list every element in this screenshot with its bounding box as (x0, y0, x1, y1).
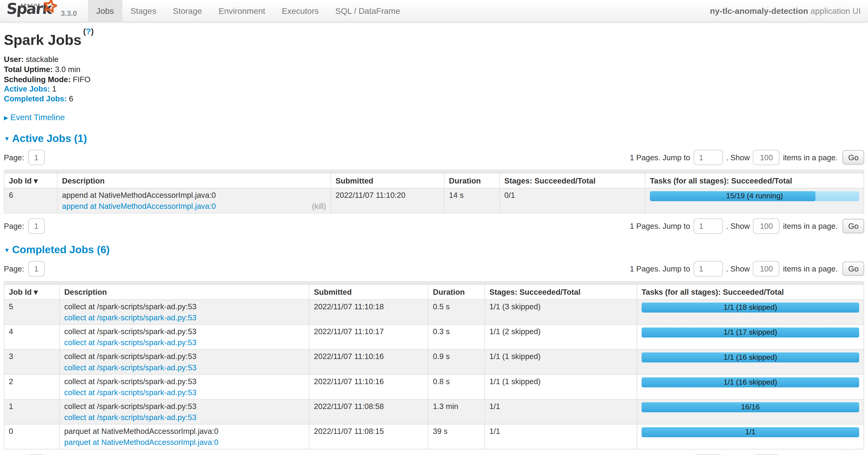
pagination-active-top: Page: 1 Pages. Jump to . Show items in a… (4, 150, 864, 165)
task-progress-label: 1/1 (16 skipped) (642, 352, 859, 363)
page-title: Spark Jobs(?) (4, 32, 864, 49)
submitted-cell: 2022/11/07 11:10:20 (331, 188, 444, 213)
info-value: FIFO (73, 75, 90, 84)
job-row: 3collect at /spark-scripts/spark-ad.py:5… (4, 349, 864, 374)
col-job-id[interactable]: Job Id ▾ (4, 173, 57, 188)
pages-summary: 1 Pages. Jump to (630, 153, 690, 162)
tab-sql-dataframe[interactable]: SQL / DataFrame (327, 0, 408, 22)
job-detail-link[interactable]: append at NativeMethodAccessorImpl.java:… (62, 202, 216, 211)
tab-stages[interactable]: Stages (122, 0, 164, 22)
page-number-input[interactable] (28, 218, 44, 234)
completed-jobs-section-header[interactable]: ▼Completed Jobs (6) (4, 244, 864, 256)
job-description-line2: collect at /spark-scripts/spark-ad.py:53 (64, 363, 305, 372)
job-detail-link[interactable]: parquet at NativeMethodAccessorImpl.java… (64, 438, 218, 447)
col-job-id[interactable]: Job Id ▾ (4, 285, 60, 300)
job-description-line2: collect at /spark-scripts/spark-ad.py:53 (64, 338, 305, 347)
tab-jobs[interactable]: Jobs (88, 0, 122, 22)
job-id-cell: 0 (4, 424, 60, 449)
page-label: Page: (4, 222, 24, 231)
job-description-line2: collect at /spark-scripts/spark-ad.py:53 (64, 388, 305, 397)
table-scrollbar[interactable] (4, 170, 864, 173)
submitted-cell: 2022/11/07 11:10:17 (309, 324, 428, 349)
page-number-input[interactable] (28, 150, 44, 165)
task-progress-label: 16/16 (642, 402, 859, 412)
tasks-cell: 1/1 (16 skipped) (637, 349, 864, 374)
items-label: items in a page. (783, 222, 838, 231)
spark-star-icon (41, 0, 59, 18)
job-detail-link[interactable]: collect at /spark-scripts/spark-ad.py:53 (64, 388, 196, 397)
pagination-active-bottom: Page: 1 Pages. Jump to . Show items in a… (4, 218, 864, 234)
nav-tabs: Jobs Stages Storage Environment Executor… (88, 0, 408, 22)
duration-cell: 0.9 s (428, 349, 485, 374)
show-items-input[interactable] (753, 218, 780, 234)
tab-environment[interactable]: Environment (210, 0, 274, 22)
stages-cell: 1/1 (485, 399, 637, 424)
active-jobs-table: Job Id ▾ Description Submitted Duration … (4, 173, 864, 213)
stages-cell: 1/1 (3 skipped) (485, 300, 637, 324)
table-header-row: Job Id ▾ Description Submitted Duration … (4, 285, 864, 300)
task-progress-bar: 1/1 (16 skipped) (642, 352, 859, 363)
job-id-cell: 4 (4, 324, 60, 349)
task-progress-bar: 1/1 (642, 427, 859, 437)
jump-to-input[interactable] (693, 218, 723, 234)
col-tasks[interactable]: Tasks (for all stages): Succeeded/Total (637, 285, 864, 300)
duration-cell: 0.5 s (428, 300, 485, 324)
job-detail-link[interactable]: collect at /spark-scripts/spark-ad.py:53 (64, 363, 196, 372)
spark-logo: APACHE Spark (6, 0, 60, 20)
info-scheduling-mode: Scheduling Mode: FIFO (4, 75, 864, 84)
go-button[interactable]: Go (843, 219, 864, 233)
submitted-cell: 2022/11/07 11:10:16 (309, 374, 428, 399)
tasks-cell: 15/19 (4 running) (645, 188, 864, 213)
col-description[interactable]: Description (60, 285, 309, 300)
go-button[interactable]: Go (843, 262, 864, 276)
job-row: 0parquet at NativeMethodAccessorImpl.jav… (4, 424, 864, 449)
col-submitted[interactable]: Submitted (331, 173, 444, 188)
col-tasks[interactable]: Tasks (for all stages): Succeeded/Total (645, 173, 864, 188)
job-description-cell: collect at /spark-scripts/spark-ad.py:53… (60, 324, 309, 349)
tab-storage[interactable]: Storage (164, 0, 210, 22)
info-value: 1 (52, 84, 56, 93)
job-detail-link[interactable]: collect at /spark-scripts/spark-ad.py:53 (64, 413, 196, 422)
col-description[interactable]: Description (57, 173, 331, 188)
col-stages[interactable]: Stages: Succeeded/Total (485, 285, 637, 300)
table-scrollbar[interactable] (4, 281, 864, 284)
duration-cell: 0.8 s (428, 374, 485, 399)
tasks-cell: 1/1 (637, 424, 864, 449)
active-jobs-section-header[interactable]: ▼Active Jobs (1) (4, 132, 864, 145)
show-items-input[interactable] (753, 150, 780, 165)
help-tooltip-icon[interactable]: (?) (83, 27, 94, 36)
show-items-input[interactable] (753, 261, 780, 277)
completed-jobs-link[interactable]: Completed Jobs: (4, 94, 67, 103)
col-submitted[interactable]: Submitted (309, 285, 428, 300)
summary-info-list: User: stackable Total Uptime: 3.0 min Sc… (4, 55, 864, 104)
col-stages[interactable]: Stages: Succeeded/Total (499, 173, 645, 188)
application-name: ny-tlc-anomaly-detection application UI (710, 0, 868, 22)
col-duration[interactable]: Duration (428, 285, 485, 300)
task-progress-bar: 1/1 (18 skipped) (642, 303, 859, 313)
event-timeline-toggle[interactable]: ▶Event Timeline (4, 112, 864, 122)
job-callsite-text: collect at /spark-scripts/spark-ad.py:53 (64, 327, 305, 336)
pages-summary: 1 Pages. Jump to (630, 222, 690, 231)
go-button[interactable]: Go (843, 150, 864, 165)
job-description-line2: append at NativeMethodAccessorImpl.java:… (62, 202, 326, 211)
active-jobs-link[interactable]: Active Jobs: (4, 84, 50, 93)
jump-to-input[interactable] (693, 150, 723, 165)
job-id-cell: 2 (4, 374, 60, 399)
tab-executors[interactable]: Executors (274, 0, 327, 22)
col-duration[interactable]: Duration (444, 173, 499, 188)
job-row: 5collect at /spark-scripts/spark-ad.py:5… (4, 300, 864, 324)
job-detail-link[interactable]: collect at /spark-scripts/spark-ad.py:53 (64, 313, 196, 322)
duration-cell: 1.3 min (428, 399, 485, 424)
navbar: APACHE Spark 3.3.0 Jobs Stages Storage E… (0, 0, 868, 22)
jump-to-input[interactable] (693, 261, 723, 277)
task-progress-bar: 15/19 (4 running) (650, 191, 859, 201)
page-label: Page: (4, 153, 24, 162)
page-number-input[interactable] (28, 261, 44, 277)
stages-cell: 1/1 (485, 424, 637, 449)
duration-cell: 0.3 s (428, 324, 485, 349)
job-description-line2: collect at /spark-scripts/spark-ad.py:53 (64, 413, 305, 422)
job-description-cell: collect at /spark-scripts/spark-ad.py:53… (60, 300, 309, 324)
job-detail-link[interactable]: collect at /spark-scripts/spark-ad.py:53 (64, 338, 196, 347)
kill-link[interactable]: (kill) (312, 202, 326, 211)
task-progress-label: 1/1 (18 skipped) (642, 303, 859, 313)
